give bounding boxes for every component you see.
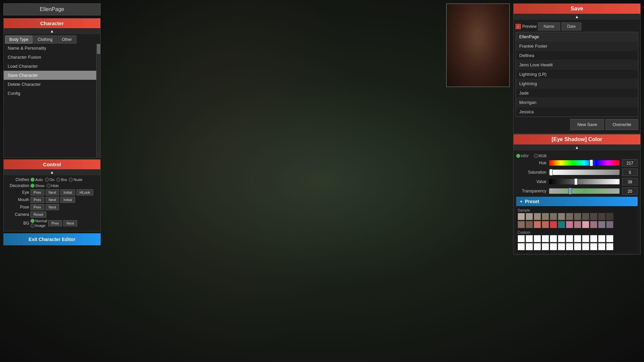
saturation-value[interactable]: 5 [622,169,638,176]
char-list-item[interactable]: Jessica [516,107,638,117]
char-list-item[interactable]: Lightning [516,79,638,88]
eye-next-button[interactable]: Next [46,189,59,195]
swatch[interactable] [590,221,597,228]
menu-item-save-character[interactable]: Save Character [4,71,96,80]
decoration-hide[interactable]: Hide [47,184,59,188]
custom-swatch[interactable] [574,243,581,250]
eye-prev-button[interactable]: Prev [31,189,44,195]
custom-swatch[interactable] [606,243,613,250]
hue-slider[interactable] [549,160,620,166]
sort-by-name-button[interactable]: Name [538,22,560,31]
menu-item-name-personality[interactable]: Name & Personality [4,44,96,53]
custom-swatch[interactable] [590,235,597,242]
swatch[interactable] [558,213,565,220]
clothes-auto[interactable]: Auto [31,178,43,182]
tab-body-type[interactable]: Body Type [5,36,33,44]
camera-reset-button[interactable]: Reset [31,212,46,218]
tab-clothing[interactable]: Clothing [33,36,57,44]
swatch[interactable] [606,221,613,228]
saturation-thumb[interactable] [549,169,553,176]
decoration-hide-radio[interactable] [47,184,51,188]
swatch[interactable] [542,213,549,220]
custom-swatch[interactable] [598,243,605,250]
custom-swatch[interactable] [518,243,525,250]
swatch[interactable] [526,221,533,228]
new-save-button[interactable]: New Save [570,119,604,130]
decoration-show-radio[interactable] [31,184,35,188]
mouth-prev-button[interactable]: Prev [31,197,44,203]
mode-rgb[interactable]: RGB [534,154,547,158]
custom-swatch[interactable] [582,243,589,250]
char-list-item[interactable]: EllenPage [516,32,638,42]
swatch[interactable] [526,213,533,220]
preset-header[interactable]: ▼ Preset [516,197,638,206]
custom-swatch[interactable] [574,235,581,242]
char-list-item[interactable]: Delthea [516,51,638,60]
custom-swatch[interactable] [550,243,557,250]
clothes-nude-radio[interactable] [69,178,73,182]
custom-swatch[interactable] [558,235,565,242]
bg-next-button[interactable]: Next [63,220,77,226]
swatch[interactable] [574,221,581,228]
exit-character-editor-button[interactable]: Exit Character Editor [3,233,101,245]
swatch[interactable] [606,213,613,220]
swatch[interactable] [550,213,557,220]
custom-swatch[interactable] [542,243,549,250]
mode-hsv[interactable]: HSV [516,154,529,158]
value-value[interactable]: 38 [622,178,638,185]
char-list-item[interactable]: Frankie Foster [516,42,638,51]
char-list-item[interactable]: Jade [516,88,638,98]
clothes-on[interactable]: On [45,178,55,182]
swatch[interactable] [598,213,605,220]
menu-item-load-character[interactable]: Load Character [4,62,96,71]
hue-thumb[interactable] [590,160,593,166]
transparency-thumb[interactable] [569,188,572,194]
swatch[interactable] [582,221,589,228]
value-thumb[interactable] [574,178,578,185]
transparency-slider[interactable] [549,188,620,194]
clothes-on-radio[interactable] [45,178,49,182]
bg-normal-radio[interactable] [31,219,35,223]
scroll-thumb[interactable] [97,44,100,54]
custom-swatch[interactable] [582,235,589,242]
hlook-button[interactable]: HLook [76,189,93,195]
mode-rgb-radio[interactable] [534,154,538,158]
eye-initial-button[interactable]: Initial [60,189,75,195]
swatch[interactable] [534,213,541,220]
bg-image[interactable]: Image [31,224,47,228]
swatch[interactable] [518,213,525,220]
decoration-show[interactable]: Show [31,184,45,188]
hue-value[interactable]: 217 [622,159,638,167]
menu-item-character-fusion[interactable]: Character Fusion [4,53,96,62]
preview-check[interactable]: ✓ Preview [516,24,537,29]
swatch[interactable] [542,221,549,228]
char-list-item[interactable]: Lightning (LR) [516,70,638,79]
swatch[interactable] [590,213,597,220]
clothes-auto-radio[interactable] [31,178,35,182]
custom-swatch[interactable] [526,235,533,242]
custom-swatch[interactable] [558,243,565,250]
custom-swatch[interactable] [598,235,605,242]
menu-item-delete-character[interactable]: Delete Character [4,80,96,89]
char-list-item[interactable]: Jenn Love Hewitt [516,60,638,70]
tab-other[interactable]: Other [58,36,76,44]
swatch[interactable] [574,213,581,220]
swatch[interactable] [534,221,541,228]
custom-swatch[interactable] [590,243,597,250]
bg-prev-button[interactable]: Prev [48,220,62,226]
menu-scrollbar[interactable] [96,44,100,158]
clothes-nude[interactable]: Nude [69,178,82,182]
swatch[interactable] [582,213,589,220]
menu-item-config[interactable]: Config [4,89,96,98]
custom-swatch[interactable] [606,235,613,242]
swatch[interactable] [566,213,573,220]
bg-normal[interactable]: Normal [31,219,47,223]
swatch[interactable] [518,221,525,228]
custom-swatch[interactable] [526,243,533,250]
mouth-next-button[interactable]: Next [46,197,59,203]
mode-hsv-radio[interactable] [516,154,520,158]
custom-swatch[interactable] [534,243,541,250]
custom-swatch[interactable] [550,235,557,242]
swatch[interactable] [550,221,557,228]
custom-swatch[interactable] [566,243,573,250]
